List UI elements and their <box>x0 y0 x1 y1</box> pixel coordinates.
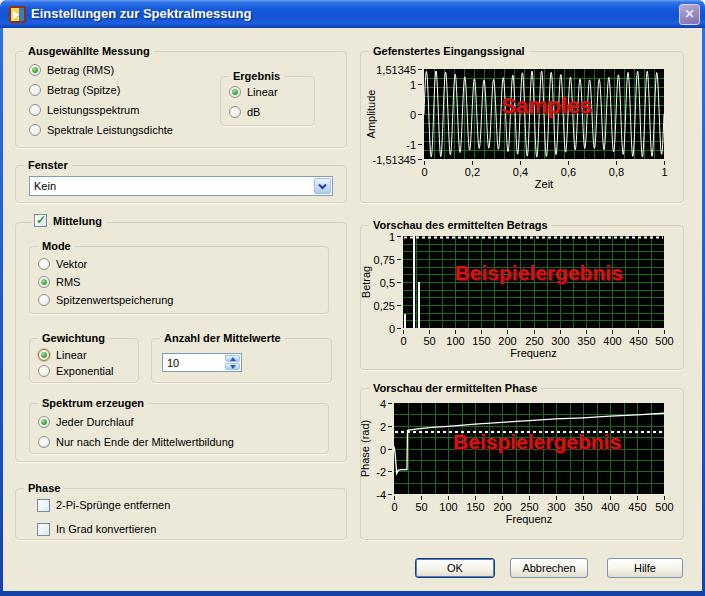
spinner-buttons <box>225 355 240 370</box>
svg-text:400: 400 <box>601 501 619 513</box>
help-button[interactable]: Hilfe <box>607 558 683 578</box>
close-icon[interactable]: ✕ <box>679 4 700 25</box>
svg-text:1: 1 <box>661 166 667 178</box>
group-ergebnis: Ergebnis LineardB <box>220 76 315 126</box>
spinner-up-icon[interactable] <box>225 355 240 362</box>
svg-text:Zeit: Zeit <box>535 178 553 190</box>
radio-option-0[interactable]: Linear <box>229 82 278 102</box>
radio-label: dB <box>247 106 260 118</box>
dialog-window: Einstellungen zur Spektralmessung ✕ Ausg… <box>0 0 705 596</box>
radio-group-ergebnis: LineardB <box>229 82 278 122</box>
spinner-down-icon[interactable] <box>225 363 240 370</box>
radio-icon[interactable] <box>38 349 50 361</box>
group-title-messung: Ausgewähllte Messung <box>24 44 154 58</box>
radio-option-0[interactable]: Vektor <box>38 255 173 273</box>
svg-text:-2: -2 <box>376 466 386 478</box>
svg-text:200: 200 <box>493 501 511 513</box>
radio-group-mode: VektorRMSSpitzenwertspeicherung <box>38 255 173 309</box>
checkbox-icon[interactable] <box>37 523 50 536</box>
radio-icon[interactable] <box>38 365 50 377</box>
chevron-down-icon[interactable] <box>314 178 331 194</box>
cancel-button[interactable]: Abbrechen <box>510 558 588 578</box>
svg-text:Samples: Samples <box>501 93 592 118</box>
checkbox-icon[interactable] <box>37 499 50 512</box>
svg-text:2: 2 <box>380 421 386 433</box>
radio-icon[interactable] <box>29 104 41 116</box>
radio-label: Linear <box>56 349 87 361</box>
svg-text:0,5: 0,5 <box>380 277 395 289</box>
checkbox-option-0[interactable]: 2-Pi-Sprünge entfernen <box>37 493 170 517</box>
svg-text:0,8: 0,8 <box>609 166 624 178</box>
group-title-spektrum: Spektrum erzeugen <box>38 396 148 410</box>
radio-icon[interactable] <box>29 64 41 76</box>
svg-text:1,51345: 1,51345 <box>376 64 416 76</box>
group-title-fenster: Fenster <box>24 158 72 172</box>
mittelung-toggle[interactable]: Mittelung <box>32 214 107 227</box>
radio-option-1[interactable]: RMS <box>38 273 173 291</box>
radio-option-0[interactable]: Betrag (RMS) <box>29 60 173 80</box>
svg-text:4: 4 <box>380 398 386 410</box>
fenster-dropdown-value: Kein <box>34 180 56 192</box>
radio-label: Leistungsspektrum <box>47 104 139 116</box>
svg-text:350: 350 <box>577 335 595 347</box>
chart-gefenstertes-eingangssignal: 00,20,40,60,811,5134510-1-1,51345ZeitAmp… <box>361 52 683 202</box>
radio-icon[interactable] <box>38 436 50 448</box>
radio-option-0[interactable]: Jeder Durchlauf <box>38 412 234 432</box>
radio-icon[interactable] <box>29 84 41 96</box>
radio-label: Nur nach Ende der Mittelwertbildung <box>56 436 234 448</box>
radio-option-1[interactable]: Exponential <box>38 363 114 379</box>
radio-icon[interactable] <box>229 86 241 98</box>
svg-text:500: 500 <box>655 335 673 347</box>
group-mode: Mode VektorRMSSpitzenwertspeicherung <box>29 246 329 314</box>
svg-text:-1,51345: -1,51345 <box>373 154 416 166</box>
svg-text:250: 250 <box>525 335 543 347</box>
labview-app-icon <box>9 6 26 23</box>
svg-text:150: 150 <box>472 335 490 347</box>
radio-icon[interactable] <box>38 276 50 288</box>
radio-icon[interactable] <box>229 106 241 118</box>
group-title-ergebnis: Ergebnis <box>229 69 284 83</box>
svg-text:250: 250 <box>520 501 538 513</box>
mittelung-checkbox[interactable] <box>34 214 47 227</box>
radio-icon[interactable] <box>38 416 50 428</box>
radio-option-2[interactable]: Leistungsspektrum <box>29 100 173 120</box>
group-chart-phase: Vorschau der ermittelten Phase 050100150… <box>360 388 684 540</box>
radio-group-gewichtung: LinearExponential <box>38 347 114 379</box>
svg-text:0,75: 0,75 <box>374 254 395 266</box>
fenster-dropdown[interactable]: Kein <box>29 176 333 196</box>
svg-text:100: 100 <box>439 501 457 513</box>
svg-text:150: 150 <box>466 501 484 513</box>
svg-text:50: 50 <box>423 335 435 347</box>
radio-label: Jeder Durchlauf <box>56 416 134 428</box>
radio-icon[interactable] <box>29 124 41 136</box>
group-chart-eingangssignal: Gefenstertes Eingangssignal 00,20,40,60,… <box>360 51 684 203</box>
radio-option-1[interactable]: Betrag (Spitze) <box>29 80 173 100</box>
radio-option-1[interactable]: Nur nach Ende der Mittelwertbildung <box>38 432 234 452</box>
svg-text:Beispielergebnis: Beispielergebnis <box>453 430 621 453</box>
radio-option-3[interactable]: Spektrale Leistungsdichte <box>29 120 173 140</box>
radio-option-0[interactable]: Linear <box>38 347 114 363</box>
radio-icon[interactable] <box>38 258 50 270</box>
radio-option-1[interactable]: dB <box>229 102 278 122</box>
svg-text:0: 0 <box>380 444 386 456</box>
radio-group-spektrum: Jeder DurchlaufNur nach Ende der Mittelw… <box>38 412 234 452</box>
svg-text:100: 100 <box>446 335 464 347</box>
checkbox-option-1[interactable]: In Grad konvertieren <box>37 517 170 541</box>
svg-text:400: 400 <box>603 335 621 347</box>
svg-text:450: 450 <box>628 501 646 513</box>
group-gewichtung: Gewichtung LinearExponential <box>29 338 139 383</box>
ok-button[interactable]: OK <box>415 558 495 578</box>
group-chart-betrag: Vorschau des ermittelten Betrags 0501001… <box>360 225 684 370</box>
mittelung-label: Mittelung <box>53 215 102 227</box>
radio-label: Betrag (Spitze) <box>47 84 120 96</box>
anzahl-mittelwerte-input[interactable]: 10 <box>162 353 242 372</box>
group-anzahl-mittelwerte: Anzahl der Mittelwerte 10 <box>151 338 332 383</box>
svg-text:450: 450 <box>629 335 647 347</box>
svg-text:Frequenz: Frequenz <box>506 513 552 525</box>
chart-vorschau-phase: 050100150200250300350400450500420-2-4Fre… <box>361 389 683 539</box>
radio-icon[interactable] <box>38 294 50 306</box>
dialog-content: Ausgewähllte Messung Betrag (RMS)Betrag … <box>3 28 702 591</box>
svg-text:200: 200 <box>498 335 516 347</box>
radio-label: RMS <box>56 276 80 288</box>
radio-option-2[interactable]: Spitzenwertspeicherung <box>38 291 173 309</box>
